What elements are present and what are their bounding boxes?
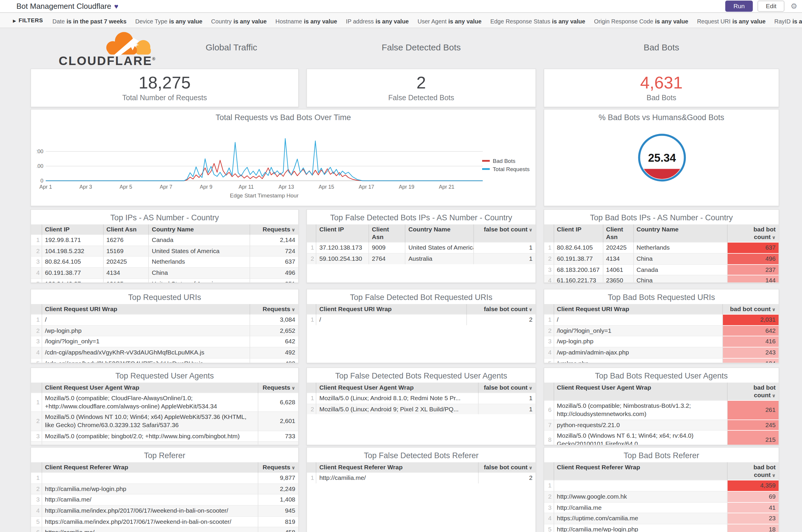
filter-chip[interactable]: Edge Response Statusis any value	[490, 18, 585, 24]
row-cell: http://www.google.com.hk	[554, 491, 727, 502]
kpi-bad-bots-value: 4,631	[640, 74, 683, 93]
column-header[interactable]: Client Request URI Wrap	[42, 304, 250, 314]
table-row: 1http://camilia.me/2	[307, 473, 535, 483]
row-rank: 5	[31, 278, 42, 283]
tile-top-bad-bot-referer: Top Bad Bots Referer Client Request Refe…	[543, 447, 779, 532]
row-cell: 61.160.221.73	[554, 275, 603, 283]
column-header[interactable]: Client Request User Agent Wrap	[42, 383, 258, 393]
edit-button[interactable]: Edit	[758, 0, 785, 12]
column-header[interactable]: Requests∨	[258, 383, 298, 393]
table-top-false-bot-ips: Client IPClient AsnCountry Namefalse bot…	[307, 224, 535, 264]
filter-chip[interactable]: Device Typeis any value	[135, 18, 203, 24]
row-cell: /wp-admin/admin-ajax.php	[554, 347, 722, 358]
filter-chip[interactable]: Dateis in the past 7 weeks	[53, 18, 127, 24]
gear-icon[interactable]: ⚙	[790, 2, 797, 11]
row-rank: 3	[31, 336, 42, 347]
table-title: Top False Detected Bots IPs - AS Number …	[310, 213, 532, 222]
column-header[interactable]: false bot count∨	[474, 224, 535, 243]
filter-chip[interactable]: IP addressis any value	[346, 18, 409, 24]
column-header[interactable]: Client IP	[42, 224, 103, 235]
row-cell: /login/?login_only=1	[554, 325, 722, 336]
row-cell: 14061	[603, 264, 633, 275]
filter-chip[interactable]: Hostnameis any value	[275, 18, 337, 24]
tile-top-false-bot-uris: Top False Detected Bot Requested URIs Cl…	[306, 289, 536, 363]
column-header[interactable]: Client Request Referer Wrap	[554, 462, 727, 480]
rank-column-header	[307, 462, 316, 473]
column-header[interactable]: bad bot count∨	[727, 462, 779, 480]
filter-chip[interactable]: Countryis any value	[211, 18, 267, 24]
svg-text:200: 200	[37, 149, 43, 154]
svg-text:Apr 7: Apr 7	[160, 184, 172, 190]
row-cell: Mozilla/5.0 (compatible; Nimbostratus-Bo…	[554, 401, 727, 420]
column-header[interactable]: Client IP	[316, 224, 368, 243]
table-row: 460.191.38.774134China496	[31, 267, 298, 278]
column-header[interactable]: Client Asn	[369, 224, 405, 243]
line-chart[interactable]: 0100200Apr 1Apr 3Apr 5Apr 7Apr 9Apr 11Ap…	[37, 131, 500, 203]
column-header[interactable]: Client Request User Agent Wrap	[554, 383, 727, 401]
row-rank: 1	[544, 480, 554, 491]
column-header[interactable]: Country Name	[405, 224, 474, 243]
row-rank: 1	[31, 235, 42, 246]
row-value: 18	[727, 524, 779, 532]
column-header[interactable]: false bot count∨	[478, 462, 535, 473]
column-header[interactable]: Client Asn	[103, 224, 149, 235]
row-cell: /login/?login_only=1	[42, 336, 250, 347]
legend-item[interactable]: Bad Bots	[482, 158, 530, 164]
column-header[interactable]: Client Request URI Wrap	[316, 304, 467, 314]
run-button[interactable]: Run	[725, 0, 753, 12]
row-rank: 2	[31, 246, 42, 256]
row-cell: 60.191.38.77	[554, 253, 603, 264]
row-value: 1	[478, 404, 535, 415]
column-header[interactable]: Client Request Referer Wrap	[42, 462, 258, 473]
column-header[interactable]: Country Name	[633, 224, 727, 243]
row-rank: 6	[544, 401, 554, 420]
filter-chip[interactable]: Origin Response Codeis any value	[594, 18, 688, 24]
kpi-bad-bots: 4,631 Bad Bots	[543, 69, 779, 107]
column-header[interactable]: Client IP	[554, 224, 603, 243]
table-row: 5/xmlrpc.php124	[544, 358, 779, 363]
filter-chip[interactable]: RayIDis any value	[775, 18, 802, 24]
table-row: 6https://camilia.me/458	[31, 527, 298, 532]
column-header[interactable]: bad bot count∨	[722, 304, 779, 314]
column-header[interactable]: Requests∨	[258, 462, 298, 473]
column-header[interactable]: Client Request User Agent Wrap	[316, 383, 478, 393]
column-header[interactable]: Client Request Referer Wrap	[316, 462, 478, 473]
row-cell: https://camilia.me/	[42, 527, 258, 532]
table-row: 259.100.254.1302764Australia1	[307, 253, 535, 264]
table-title: Top Bad Bots Referer	[548, 451, 775, 460]
column-header[interactable]: Country Name	[149, 224, 250, 235]
row-rank: 8	[544, 430, 554, 445]
table-title: Top Bad Bots Requested URIs	[548, 293, 775, 302]
column-header[interactable]: Client Request URI Wrap	[554, 304, 722, 314]
table-title: Top Bad Bots Requested User Agents	[548, 372, 775, 380]
filters-toggle[interactable]: ▶FILTERS	[13, 17, 43, 23]
filter-chip[interactable]: User Agentis any value	[418, 18, 481, 24]
table-row: 1192.99.8.17116276Canada2,144	[31, 235, 298, 246]
rank-column-header	[307, 383, 316, 393]
column-header[interactable]: bad bot count∨	[727, 383, 779, 401]
table-row: 5https://camilia.me/index.php/2017/06/17…	[31, 516, 298, 527]
row-value: 637	[250, 256, 298, 267]
row-rank: 1	[31, 314, 42, 325]
table-title: Top Requested User Agents	[35, 372, 295, 380]
legend-item[interactable]: Total Requests	[482, 166, 530, 172]
tile-top-ips: Top IPs - AS Number - Country Client IPC…	[31, 209, 299, 283]
filter-chip[interactable]: Request URIis any value	[697, 18, 766, 24]
row-cell: United States of America	[405, 243, 474, 253]
row-rank: 5	[31, 516, 42, 527]
row-rank: 7	[544, 419, 554, 430]
column-header[interactable]: false bot count∨	[467, 304, 535, 314]
column-header[interactable]: Client Asn	[603, 224, 633, 243]
row-value: 9,877	[258, 473, 298, 483]
row-cell: China	[633, 275, 727, 283]
row-value: 483	[250, 358, 298, 363]
row-value: 69	[727, 491, 779, 502]
column-header[interactable]: Requests∨	[250, 224, 298, 235]
row-rank: 1	[31, 473, 42, 483]
row-value: 733	[258, 431, 298, 441]
column-header[interactable]: false bot count∨	[478, 383, 535, 393]
section-title-false-detected-bots: False Detected Bots	[306, 42, 536, 52]
column-header[interactable]: Requests∨	[250, 304, 298, 314]
row-value: 2,601	[258, 412, 298, 431]
column-header[interactable]: bad bot count∨	[727, 224, 779, 243]
